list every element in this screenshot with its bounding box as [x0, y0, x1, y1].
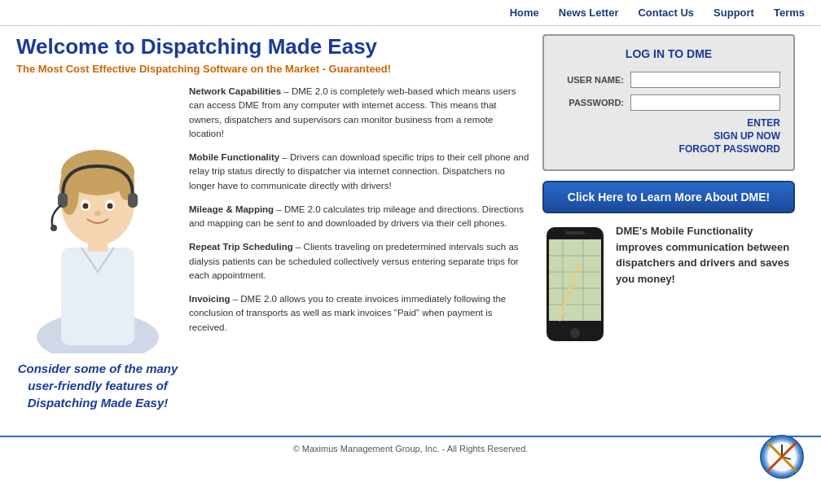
- svg-point-24: [570, 328, 580, 338]
- feature-mileage-title: Mileage & Mapping: [189, 204, 274, 214]
- phone-graphic: [542, 223, 608, 348]
- username-label: USER NAME:: [557, 75, 630, 85]
- mobile-description: DME's Mobile Functionality improves comm…: [616, 223, 795, 287]
- svg-point-14: [50, 225, 57, 231]
- footer: © Maximus Management Group, Inc. - All R…: [0, 436, 821, 460]
- forgot-password-link[interactable]: FORGOT PASSWORD: [557, 143, 780, 155]
- login-title: LOG IN TO DME: [557, 47, 780, 60]
- nav-newsletter[interactable]: News Letter: [559, 7, 619, 19]
- content-area: Consider some of the many user-friendly …: [16, 85, 529, 411]
- footer-text: © Maximus Management Group, Inc. - All R…: [293, 444, 529, 454]
- username-row: USER NAME:: [557, 72, 780, 88]
- nav-support[interactable]: Support: [713, 7, 754, 19]
- top-navigation: Home News Letter Contact Us Support Term…: [0, 0, 821, 26]
- feature-invoicing-body: – DME 2.0 allows you to create invoices …: [189, 294, 506, 332]
- signup-link[interactable]: SIGN UP NOW: [557, 130, 780, 142]
- left-column: Welcome to Dispatching Made Easy The Mos…: [16, 34, 529, 411]
- svg-rect-1: [61, 248, 134, 345]
- phone-illustration: [542, 223, 608, 345]
- password-row: PASSWORD:: [557, 94, 780, 111]
- clock-icon: [760, 435, 805, 480]
- feature-network-title: Network Capabilities: [189, 86, 281, 96]
- svg-rect-13: [128, 193, 138, 208]
- nav-home[interactable]: Home: [510, 7, 539, 19]
- feature-repeat-title: Repeat Trip Scheduling: [189, 242, 293, 252]
- feature-repeat: Repeat Trip Scheduling – Clients traveli…: [189, 240, 529, 283]
- feature-network: Network Capabilities – DME 2.0 is comple…: [189, 85, 529, 141]
- login-links: ENTER SIGN UP NOW FORGOT PASSWORD: [557, 117, 780, 155]
- login-box: LOG IN TO DME USER NAME: PASSWORD: ENTER…: [542, 34, 795, 171]
- hero-image-section: Consider some of the many user-friendly …: [16, 85, 179, 411]
- svg-rect-25: [565, 231, 585, 234]
- feature-invoicing: Invoicing – DME 2.0 allows you to create…: [189, 292, 529, 335]
- enter-link[interactable]: ENTER: [557, 117, 780, 129]
- mobile-section: DME's Mobile Functionality improves comm…: [542, 223, 795, 348]
- hero-person-illustration: [20, 85, 175, 353]
- feature-mobile: Mobile Functionality – Drivers can downl…: [189, 151, 529, 193]
- svg-point-11: [94, 211, 101, 216]
- features-list: Network Capabilities – DME 2.0 is comple…: [189, 85, 529, 411]
- feature-mobile-title: Mobile Functionality: [189, 152, 279, 162]
- learn-more-button[interactable]: Click Here to Learn More About DME!: [542, 181, 795, 213]
- feature-invoicing-title: Invoicing: [189, 294, 230, 304]
- right-column: LOG IN TO DME USER NAME: PASSWORD: ENTER…: [542, 34, 795, 411]
- svg-point-10: [108, 204, 113, 209]
- nav-contact[interactable]: Contact Us: [638, 7, 694, 19]
- page-title: Welcome to Dispatching Made Easy: [16, 34, 529, 59]
- consider-text: Consider some of the many user-friendly …: [16, 360, 179, 411]
- username-input[interactable]: [630, 72, 780, 88]
- svg-point-9: [83, 204, 89, 209]
- page-subtitle: The Most Cost Effective Dispatching Soft…: [16, 63, 529, 75]
- password-input[interactable]: [630, 94, 780, 111]
- nav-terms[interactable]: Terms: [774, 7, 805, 19]
- feature-mileage: Mileage & Mapping – DME 2.0 calculates t…: [189, 203, 529, 231]
- password-label: PASSWORD:: [557, 98, 630, 107]
- main-content: Welcome to Dispatching Made Easy The Mos…: [0, 26, 821, 419]
